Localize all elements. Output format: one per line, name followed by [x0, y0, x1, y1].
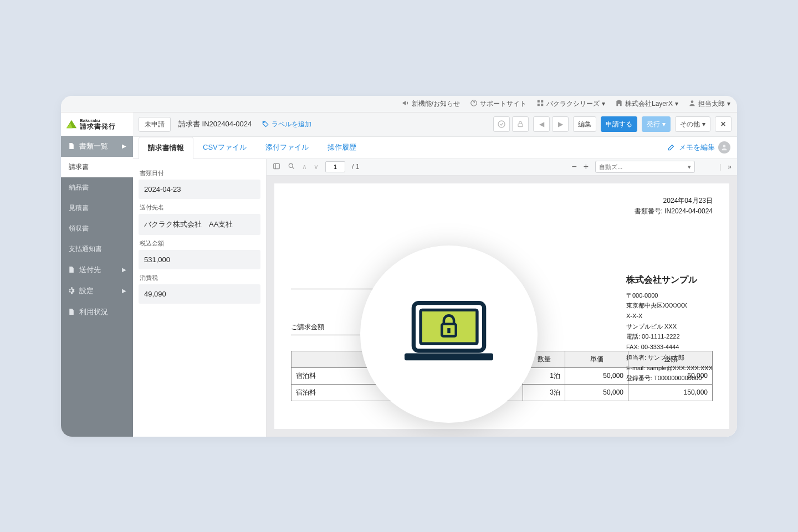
svg-rect-18 [447, 328, 450, 333]
issue-button[interactable]: 発行 ▾ [642, 116, 671, 132]
chevron-right-icon: ▶ [122, 288, 126, 294]
apply-button[interactable]: 申請する [601, 116, 637, 132]
series-menu[interactable]: バクラクシリーズ ▾ [536, 99, 605, 109]
add-label-button[interactable]: ラベルを追加 [262, 120, 311, 129]
chevron-down-icon: ▾ [662, 120, 666, 128]
svg-point-6 [263, 122, 264, 123]
document-icon [68, 266, 75, 273]
document-title: 請求書 IN202404-0024 [178, 119, 252, 129]
sidebar-item-invoice[interactable]: 請求書 [61, 157, 133, 177]
close-button[interactable]: ✕ [715, 116, 732, 132]
company-line: FAX: 00-3333-4444 [626, 342, 713, 352]
status-chip: 未申請 [139, 117, 171, 132]
avatar [718, 141, 730, 154]
lock-icon-button[interactable] [512, 116, 529, 132]
support-label: サポートサイト [480, 99, 526, 109]
check-circle-icon [497, 120, 506, 129]
edit-button[interactable]: 編集 [573, 116, 596, 132]
approve-icon-button[interactable] [493, 116, 510, 132]
document-icon [68, 142, 75, 150]
tab-history[interactable]: 操作履歴 [318, 136, 366, 158]
sidebar-item-label: 見積書 [69, 203, 89, 213]
sidebar-toggle-icon[interactable] [272, 162, 281, 172]
chevron-down-icon: ▾ [602, 100, 605, 108]
sidebar-recipients[interactable]: 送付先 ▶ [61, 259, 133, 280]
grid-icon [536, 99, 544, 109]
svg-point-9 [723, 145, 726, 147]
company-label: 株式会社LayerX [625, 99, 673, 109]
field-dest[interactable]: バクラク株式会社 AA支社 [139, 214, 260, 235]
sidebar-item-receipt[interactable]: 領収書 [61, 218, 133, 239]
sidebar-documents-list[interactable]: 書類一覧 ▶ [61, 136, 133, 157]
add-label-text: ラベルを追加 [272, 120, 311, 129]
sidebar-item-paymentnotice[interactable]: 支払通知書 [61, 239, 133, 259]
field-total[interactable]: 531,000 [139, 250, 260, 269]
app-window: 新機能/お知らせ サポートサイト バクラクシリーズ ▾ 株式会社LayerX ▾… [61, 96, 737, 437]
security-badge-overlay [360, 245, 538, 423]
other-button[interactable]: その他 ▾ [675, 116, 710, 132]
company-line: 登録番号: T0000000000000 [626, 373, 713, 383]
sidebar-settings[interactable]: 設定 ▶ [61, 280, 133, 301]
help-icon [470, 99, 478, 109]
user-menu[interactable]: 担当太郎 ▾ [688, 99, 730, 109]
sidebar-usage[interactable]: 利用状況 [61, 301, 133, 323]
news-link[interactable]: 新機能/お知らせ [402, 99, 460, 109]
tab-attachments[interactable]: 添付ファイル [256, 136, 318, 158]
zoom-in-icon[interactable]: + [584, 162, 589, 172]
tag-icon [262, 120, 269, 128]
sidebar-item-delivery[interactable]: 納品書 [61, 177, 133, 198]
chevron-left-icon: ◀ [539, 120, 544, 128]
preview-toolbar: ∧ ∨ / 1 − + 自動ズ...▾ | » [267, 159, 737, 176]
sidebar-item-quote[interactable]: 見積書 [61, 198, 133, 218]
expand-icon[interactable]: » [728, 163, 732, 171]
zoom-select[interactable]: 自動ズ...▾ [595, 161, 695, 173]
lock-icon [516, 120, 524, 128]
svg-point-7 [498, 121, 505, 127]
logo-main: 請求書発行 [80, 123, 116, 130]
user-label: 担当太郎 [698, 99, 725, 109]
edit-memo-link[interactable]: メモを編集 [667, 141, 730, 154]
company-block: 株式会社サンプル 〒000-0000 東京都中央区XXXXXX X-X-X サン… [626, 272, 713, 383]
label-tax: 消費税 [140, 274, 260, 282]
zoom-out-icon[interactable]: − [572, 162, 577, 172]
document-toolbar: 未申請 請求書 IN202404-0024 ラベルを追加 ◀ ▶ 編集 申請する… [133, 112, 737, 137]
support-link[interactable]: サポートサイト [470, 99, 526, 109]
chevron-right-icon: ▶ [122, 143, 126, 149]
pv-next[interactable]: ∨ [314, 163, 319, 171]
company-line: X-X-X [626, 311, 713, 321]
sidebar-item-label: 請求書 [69, 162, 89, 172]
sidebar-item-label: 利用状況 [79, 307, 108, 317]
logo: Bakuraku 請求書発行 [61, 112, 133, 136]
user-icon [720, 144, 728, 151]
svg-rect-1 [538, 100, 540, 102]
other-label: その他 [680, 120, 700, 129]
page-input[interactable] [325, 161, 345, 172]
series-label: バクラクシリーズ [546, 99, 600, 109]
company-line: サンプルビル XXX [626, 321, 713, 332]
cell-amount: 150,000 [628, 384, 713, 401]
field-tax[interactable]: 49,090 [139, 284, 260, 304]
search-icon[interactable] [288, 162, 295, 172]
paper-header-dates: 2024年04月23日 書類番号: IN2024-04-0024 [635, 196, 713, 217]
prev-button[interactable]: ◀ [533, 116, 550, 132]
tab-csv[interactable]: CSVファイル [193, 136, 256, 158]
sidebar: Bakuraku 請求書発行 書類一覧 ▶ 請求書 納品書 見積書 領収書 支払… [61, 112, 133, 437]
sidebar-item-label: 送付先 [79, 265, 101, 275]
th-unit: 単価 [565, 351, 628, 367]
next-button[interactable]: ▶ [552, 116, 569, 132]
company-line: 電話: 00-1111-2222 [626, 331, 713, 342]
chevron-down-icon: ▾ [727, 100, 730, 108]
company-menu[interactable]: 株式会社LayerX ▾ [615, 99, 678, 109]
utility-bar: 新機能/お知らせ サポートサイト バクラクシリーズ ▾ 株式会社LayerX ▾… [61, 96, 737, 112]
chevron-right-icon: ▶ [558, 120, 563, 128]
label-total: 税込金額 [140, 239, 260, 248]
user-icon [688, 99, 696, 109]
svg-line-13 [293, 167, 294, 168]
paper-docno: 書類番号: IN2024-04-0024 [635, 206, 713, 217]
building-icon [615, 99, 623, 109]
tab-invoice-info[interactable]: 請求書情報 [139, 137, 193, 159]
company-name: 株式会社サンプル [626, 272, 713, 287]
field-date[interactable]: 2024-04-23 [139, 180, 260, 199]
pv-prev[interactable]: ∧ [302, 163, 307, 171]
tabs: 請求書情報 CSVファイル 添付ファイル 操作履歴 メモを編集 [133, 137, 737, 159]
